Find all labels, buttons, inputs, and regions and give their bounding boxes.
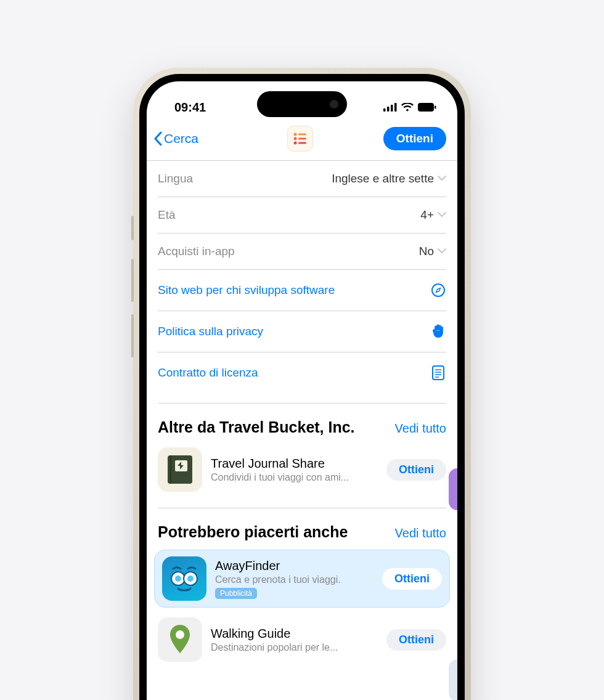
- svg-rect-19: [170, 455, 171, 484]
- chevron-down-icon: [438, 212, 446, 218]
- svg-rect-2: [391, 105, 393, 112]
- chevron-down-icon: [438, 176, 446, 182]
- more-by-section-header: Altre da Travel Bucket, Inc. Vedi tutto: [158, 403, 446, 441]
- svg-point-25: [176, 630, 184, 639]
- dynamic-island: [257, 91, 347, 117]
- age-row[interactable]: Età 4+: [158, 197, 446, 234]
- phone-frame: 09:41 Cerca Ottieni: [133, 68, 471, 700]
- link-label: Sito web per chi sviluppa software: [158, 283, 335, 297]
- side-button: [131, 314, 134, 357]
- iap-row[interactable]: Acquisti in-app No: [158, 234, 446, 270]
- svg-rect-9: [298, 138, 306, 140]
- app-name: Travel Journal Share: [211, 457, 378, 471]
- side-button: [131, 259, 134, 302]
- app-info: Walking Guide Destinazioni popolari per …: [211, 627, 378, 653]
- see-all-link[interactable]: Vedi tutto: [395, 421, 446, 436]
- get-button[interactable]: Ottieni: [386, 629, 446, 651]
- app-subtitle: Condividi i tuoi viaggi con ami...: [211, 472, 378, 483]
- svg-rect-4: [418, 103, 434, 112]
- svg-rect-5: [435, 106, 436, 109]
- app-row-ad[interactable]: AwayFinder Cerca e prenota i tuoi viaggi…: [154, 550, 450, 608]
- section-title: Potrebbero piacerti anche: [158, 523, 348, 541]
- adjacent-card-peek[interactable]: [449, 468, 457, 510]
- iap-label: Acquisti in-app: [158, 245, 235, 258]
- link-label: Politica sulla privacy: [158, 325, 263, 338]
- get-button-primary[interactable]: Ottieni: [383, 127, 446, 150]
- language-value: Inglese e altre sette: [332, 172, 434, 185]
- app-mini-icon[interactable]: [287, 126, 313, 152]
- app-icon-travel-journal: [158, 447, 202, 492]
- ad-badge: Pubblicità: [215, 588, 257, 599]
- app-name: Walking Guide: [211, 627, 378, 641]
- developer-website-link[interactable]: Sito web per chi sviluppa software: [158, 270, 446, 311]
- nav-bar: Cerca Ottieni: [147, 120, 457, 161]
- status-icons: [383, 103, 436, 112]
- get-button[interactable]: Ottieni: [382, 568, 442, 590]
- get-button[interactable]: Ottieni: [386, 459, 446, 481]
- svg-rect-3: [394, 103, 397, 112]
- license-link[interactable]: Contratto di licenza: [158, 352, 446, 393]
- list-icon: [293, 132, 308, 145]
- app-icon-walking-guide: [158, 617, 202, 662]
- cellular-icon: [383, 103, 397, 112]
- app-info: AwayFinder Cerca e prenota i tuoi viaggi…: [215, 559, 373, 599]
- status-time: 09:41: [174, 100, 206, 115]
- svg-point-8: [293, 137, 296, 140]
- svg-point-10: [293, 142, 296, 145]
- app-info: Travel Journal Share Condividi i tuoi vi…: [211, 457, 378, 483]
- battery-icon: [418, 103, 436, 112]
- svg-rect-0: [383, 108, 386, 112]
- svg-rect-7: [298, 134, 306, 136]
- privacy-policy-link[interactable]: Politica sulla privacy: [158, 311, 446, 352]
- age-label: Età: [158, 208, 176, 222]
- app-subtitle: Destinazioni popolari per le...: [211, 642, 378, 653]
- side-button: [131, 216, 134, 240]
- see-all-link[interactable]: Vedi tutto: [395, 526, 446, 540]
- link-label: Contratto di licenza: [158, 366, 258, 380]
- you-might-like-header: Potrebbero piacerti anche Vedi tutto: [158, 508, 446, 546]
- svg-point-12: [432, 284, 444, 296]
- app-icon-awayfinder: [162, 556, 206, 601]
- svg-point-6: [293, 133, 296, 136]
- svg-rect-11: [298, 142, 306, 144]
- back-button[interactable]: Cerca: [153, 131, 198, 146]
- svg-point-24: [187, 576, 194, 582]
- iap-value: No: [419, 245, 434, 258]
- app-row[interactable]: Travel Journal Share Condividi i tuoi vi…: [158, 441, 446, 498]
- language-row[interactable]: Lingua Inglese e altre sette: [158, 161, 446, 197]
- document-icon: [430, 365, 446, 381]
- age-value: 4+: [420, 208, 434, 222]
- chevron-left-icon: [153, 131, 163, 146]
- svg-point-23: [175, 576, 181, 582]
- compass-icon: [430, 282, 446, 298]
- app-row[interactable]: Walking Guide Destinazioni popolari per …: [158, 611, 446, 668]
- back-label: Cerca: [164, 131, 198, 146]
- svg-rect-1: [387, 107, 390, 112]
- wifi-icon: [401, 103, 414, 112]
- app-subtitle: Cerca e prenota i tuoi viaggi.: [215, 574, 373, 585]
- language-label: Lingua: [158, 172, 193, 185]
- section-title: Altre da Travel Bucket, Inc.: [158, 418, 355, 436]
- hand-icon: [430, 324, 446, 340]
- chevron-down-icon: [438, 248, 446, 254]
- adjacent-card-peek[interactable]: [449, 659, 457, 700]
- app-name: AwayFinder: [215, 559, 373, 573]
